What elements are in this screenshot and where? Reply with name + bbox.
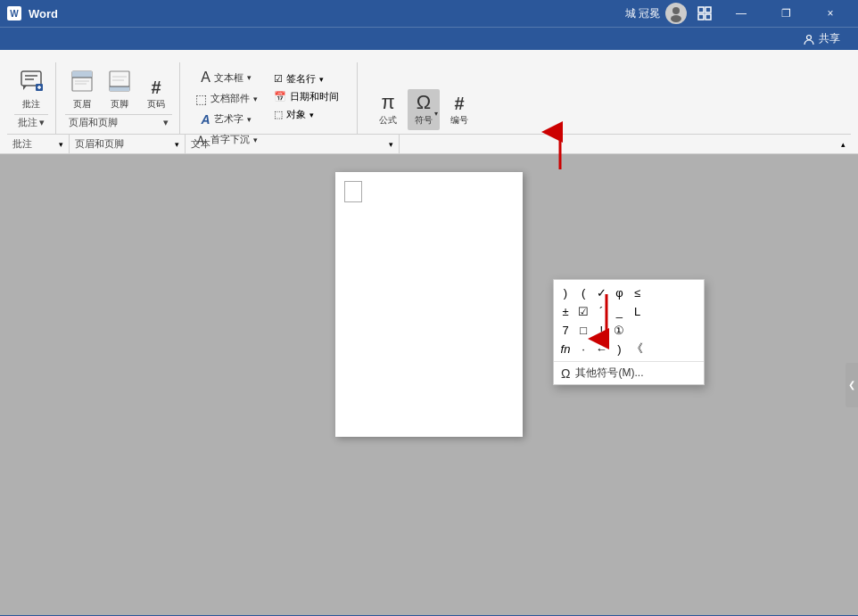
symbol-cell[interactable]: ) (557, 283, 573, 301)
page-number-icon: # (151, 78, 161, 96)
symbol-cell[interactable]: 7 (557, 321, 573, 339)
header-footer-group-label: 页眉和页脚 ▾ (65, 114, 172, 130)
textbox-label: 文本框 (214, 71, 243, 85)
symbol-cell[interactable]: ☑ (575, 302, 591, 320)
symbol-dropdown: ) ( ✓ φ ≤ ± ☑ ´ _ L 7 □ ! ① (553, 279, 705, 385)
svg-rect-2 (698, 7, 704, 12)
symbol-cell[interactable]: · (575, 340, 591, 357)
text-small-buttons: ☑ 签名行 ▾ 📅 日期和时间 ⬚ 对象 ▾ (270, 71, 342, 122)
symbol-cell[interactable] (648, 340, 664, 357)
new-comment-button[interactable]: 批注 (14, 66, 48, 114)
symbol-cell[interactable] (630, 321, 646, 339)
symbol-cell[interactable]: ← (593, 340, 609, 357)
avatar (665, 3, 687, 24)
datetime-label: 日期和时间 (290, 90, 339, 103)
app-name: Word (29, 7, 58, 21)
symbol-cell[interactable] (683, 321, 699, 339)
symbol-cell[interactable] (683, 340, 699, 357)
title-left: W Word (7, 6, 58, 21)
numbering-button[interactable]: # 编号 (443, 91, 475, 130)
textbox-icon: A (201, 70, 210, 85)
symbol-cell[interactable] (683, 283, 699, 301)
ribbon-toolbar: 批注 批注 ▾ (7, 53, 851, 134)
svg-rect-3 (705, 7, 711, 12)
symbol-cell[interactable] (648, 302, 664, 320)
docparts-icon: ⬚ (195, 93, 207, 105)
symbol-cell[interactable]: □ (575, 321, 591, 339)
close-button[interactable]: × (810, 0, 851, 27)
symbol-grid: ) ( ✓ φ ≤ ± ☑ ´ _ L 7 □ ! ① (554, 280, 704, 361)
header-icon (70, 70, 94, 96)
symbol-cell[interactable] (648, 283, 664, 301)
object-label: 对象 (286, 108, 306, 121)
comment-group-bottom-label: 批注 (12, 137, 32, 151)
header-button[interactable]: 页眉 (65, 66, 99, 114)
symbol-cell[interactable]: φ (611, 283, 627, 301)
collapse-icon: ❮ (848, 380, 855, 390)
svg-rect-7 (21, 71, 41, 86)
docparts-button[interactable]: ⬚ 文档部件 ▾ (189, 89, 263, 108)
more-symbols-button[interactable]: Ω 其他符号(M)... (554, 361, 704, 384)
symbol-cell[interactable]: ) (611, 340, 627, 357)
header-bottom: 页眉和页脚 ▾ (70, 135, 186, 153)
page-number-button[interactable]: # 页码 (140, 75, 172, 114)
svg-marker-10 (23, 86, 27, 90)
symbol-button[interactable]: Ω 符号 ▾ (408, 89, 440, 130)
symbol-cell[interactable]: L (630, 302, 646, 320)
arttext-icon: A (201, 113, 210, 126)
page-marker (344, 181, 362, 202)
title-right: 城 冠冕 — ❐ × (625, 0, 851, 27)
symbol-cell[interactable]: ≤ (630, 283, 646, 301)
symbol-cell[interactable] (665, 302, 681, 320)
restore-button[interactable]: ❐ (765, 0, 806, 27)
arttext-label: 艺术字 (214, 112, 243, 126)
datetime-item[interactable]: 📅 日期和时间 (270, 89, 342, 104)
minimize-button[interactable]: — (721, 0, 762, 27)
symbol-cell[interactable] (648, 321, 664, 339)
comment-icon (20, 70, 43, 96)
symbol-cell[interactable]: ① (611, 321, 627, 339)
taskbar-icon[interactable] (692, 0, 717, 27)
symbol-cell[interactable] (665, 283, 681, 301)
symbol-cell[interactable]: ! (593, 321, 609, 339)
symbol-cell[interactable]: _ (611, 302, 627, 320)
symbol-cell[interactable] (683, 302, 699, 320)
textbox-button[interactable]: A 文本框 ▾ (189, 68, 263, 87)
formula-button[interactable]: π 公式 (372, 89, 404, 130)
symbol-cell[interactable]: ± (557, 302, 573, 320)
share-button[interactable]: 共享 (796, 29, 847, 48)
collapse-button[interactable]: ❮ (846, 363, 858, 407)
user-name: 城 冠冕 (625, 6, 660, 21)
more-symbols-label: 其他符号(M)... (575, 365, 643, 381)
ribbon-group-comment: 批注 批注 ▾ (7, 62, 56, 134)
ribbon-bottom-labels: 批注 ▾ 页眉和页脚 ▾ 文本 ▾ ▴ (7, 134, 851, 153)
symbol-cell[interactable]: fn (557, 340, 573, 357)
numbering-icon: # (454, 94, 464, 112)
svg-point-6 (807, 35, 812, 39)
symbol-label: 符号 (415, 114, 433, 127)
ribbon: 批注 批注 ▾ (0, 50, 858, 154)
header-label: 页眉 (73, 98, 91, 111)
footer-button[interactable]: 页脚 (103, 66, 136, 114)
ribbon-group-header-footer: 页眉 页脚 # 页码 (58, 62, 180, 134)
symbol-cell[interactable]: ( (575, 283, 591, 301)
user-area: 城 冠冕 (625, 0, 717, 27)
arttext-button[interactable]: A 艺术字 ▾ (189, 110, 263, 128)
signature-item[interactable]: ☑ 签名行 ▾ (270, 71, 342, 86)
svg-rect-4 (698, 14, 704, 20)
symbol-cell[interactable]: ´ (593, 302, 609, 320)
symbol-cell[interactable]: 《 (630, 340, 646, 357)
svg-rect-15 (72, 71, 92, 78)
text-group-bottom-label: 文本 (191, 137, 210, 151)
symbol-cell[interactable] (665, 340, 681, 357)
svg-point-0 (672, 7, 680, 14)
symbol-cell[interactable]: ✓ (593, 283, 609, 301)
svg-point-1 (671, 15, 681, 22)
share-bar: 共享 (0, 27, 858, 50)
symbol-cell[interactable] (665, 321, 681, 339)
omega-icon: Ω (561, 366, 570, 381)
title-bar: W Word 城 冠冕 — ❐ × (0, 0, 858, 27)
comment-bottom: 批注 ▾ (7, 135, 70, 153)
signature-checkbox-icon: ☑ (274, 73, 283, 85)
object-item[interactable]: ⬚ 对象 ▾ (270, 107, 342, 122)
